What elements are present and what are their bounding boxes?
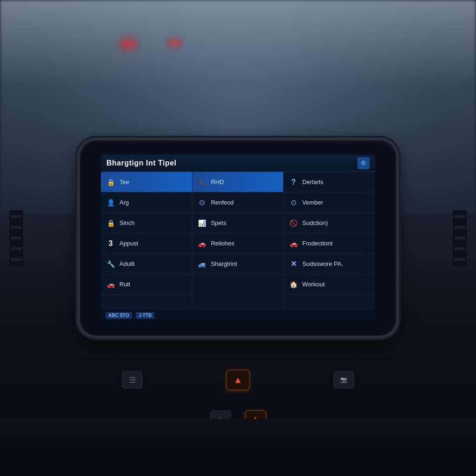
menu-grid: 🔒 Tee 👤 Arg 🔒 Sinch 3 Appust 🔧 Adu: [101, 172, 375, 309]
vent-slot: [11, 247, 22, 250]
menu-item-reliohes[interactable]: 🚗 Reliohes: [192, 233, 284, 254]
left-vent: [9, 210, 23, 266]
person-icon: 👤: [106, 198, 116, 208]
chart-icon: 📊: [197, 218, 207, 228]
menu-item-sudssworePa[interactable]: ✕ Sudssworе PA.: [284, 254, 375, 274]
screen-display: Bhargtign Int Tipel ⚙ 🔒 Tee 👤 Arg 🔒 Sin: [101, 154, 375, 322]
menu-item-derlarts[interactable]: ? Derlarts: [284, 172, 375, 192]
lock2-icon: 🔒: [106, 218, 116, 228]
menu-item-sinch-label: Sinch: [119, 219, 135, 226]
menu-icon: ☰: [129, 376, 136, 384]
car2-icon: 🚗: [197, 238, 207, 249]
number3-icon: 3: [106, 238, 116, 249]
vent-slot: [11, 215, 22, 218]
menu-item-vember-label: Vember: [302, 199, 323, 206]
menu-item-shargtrint[interactable]: 🚙 Shargtrint: [192, 254, 284, 274]
vent-slot: [454, 258, 465, 261]
vent-slot: [11, 258, 22, 261]
menu-item-sinch[interactable]: 🔒 Sinch: [101, 213, 192, 233]
menu-column-2: 📞 RHD ⊙ Renfeod 📊 Spets 🚗 Reliohes 🚙: [192, 172, 284, 309]
menu-item-vember[interactable]: ⊙ Vember: [284, 192, 375, 213]
settings-icon[interactable]: ⚙: [357, 157, 370, 169]
status-bar: ABC STO J-TTB: [101, 309, 375, 322]
menu-item-frodectiont-label: Frodectiont: [302, 240, 332, 247]
menu-item-workout-label: Workout: [302, 281, 324, 288]
dashboard-bottom: [0, 419, 476, 476]
vent-slot: [454, 226, 465, 229]
menu-item-shargtrint-label: Shargtrint: [211, 260, 237, 267]
wrench-icon: 🔧: [106, 259, 116, 269]
brake-light-left: [119, 38, 138, 50]
vent-slot: [11, 237, 22, 239]
menu-item-rhd[interactable]: 📞 RHD: [192, 172, 284, 192]
vent-slot: [454, 215, 465, 218]
menu-item-sudction-label: Sudction): [302, 219, 328, 226]
screen-header: Bhargtign Int Tipel ⚙: [101, 154, 375, 172]
menu-item-rult[interactable]: 🚗 Rult: [101, 274, 192, 295]
phone-icon: 📞: [197, 177, 207, 187]
menu-item-workout[interactable]: 🏠 Workout: [284, 274, 375, 295]
menu-item-rult-label: Rult: [119, 281, 130, 288]
menu-item-rhd-label: RHD: [211, 178, 224, 185]
vent-slot: [11, 226, 22, 229]
menu-item-renfeod-label: Renfeod: [211, 199, 234, 206]
car4-icon: 🚗: [288, 238, 298, 249]
screen-title: Bhargtign Int Tipel: [106, 159, 177, 167]
menu-item-appust-label: Appust: [119, 240, 138, 247]
menu-item-arg[interactable]: 👤 Arg: [101, 192, 192, 213]
menu-item-spets[interactable]: 📊 Spets: [192, 213, 284, 233]
car3-icon: 🚙: [197, 259, 207, 269]
vent-slot: [454, 237, 465, 239]
menu-item-spets-label: Spets: [211, 219, 226, 226]
menu-item-reliohes-label: Reliohes: [211, 240, 235, 247]
screen-housing: Bhargtign Int Tipel ⚙ 🔒 Tee 👤 Arg 🔒 Sin: [80, 140, 396, 336]
menu-item-appust[interactable]: 3 Appust: [101, 233, 192, 254]
home-icon: 🏠: [288, 279, 298, 290]
right-physical-button[interactable]: 📷: [333, 371, 354, 389]
menu-item-frodectiont[interactable]: 🚗 Frodectiont: [284, 233, 375, 254]
brake-light-right: [166, 38, 183, 47]
lock-icon: 🔒: [106, 177, 116, 187]
menu-item-adulit[interactable]: 🔧 Adulit: [101, 254, 192, 274]
menu-item-renfeod[interactable]: ⊙ Renfeod: [192, 192, 284, 213]
menu-item-sudssworePa-label: Sudssworе PA.: [302, 260, 343, 267]
menu-item-adulit-label: Adulit: [119, 260, 135, 267]
question-icon: ?: [288, 177, 298, 187]
car-icon: 🚗: [106, 279, 116, 290]
left-physical-button[interactable]: ☰: [122, 371, 143, 389]
menu-column-1: 🔒 Tee 👤 Arg 🔒 Sinch 3 Appust 🔧 Adu: [101, 172, 192, 309]
circle-icon: ⊙: [197, 198, 207, 208]
no-icon: 🚫: [288, 218, 298, 228]
menu-item-arg-label: Arg: [119, 199, 129, 206]
hazard-button[interactable]: ▲: [226, 370, 250, 390]
menu-item-sudction[interactable]: 🚫 Sudction): [284, 213, 375, 233]
menu-item-tee[interactable]: 🔒 Tee: [101, 172, 192, 192]
physical-buttons-row1: ☰ ▲ 📷: [94, 370, 382, 390]
menu-item-tee-label: Tee: [119, 178, 129, 185]
circle2-icon: ⊙: [288, 198, 298, 208]
hazard-icon: ▲: [233, 375, 243, 385]
camera-icon: 📷: [340, 377, 347, 383]
status-badge-1: ABC STO: [106, 312, 132, 319]
x-icon: ✕: [288, 259, 298, 269]
right-vent: [453, 210, 467, 266]
menu-item-derlarts-label: Derlarts: [302, 178, 324, 185]
status-badge-2: J-TTB: [136, 312, 154, 319]
menu-column-3: ? Derlarts ⊙ Vember 🚫 Sudction) 🚗 Frodec…: [284, 172, 375, 309]
vent-slot: [454, 247, 465, 250]
